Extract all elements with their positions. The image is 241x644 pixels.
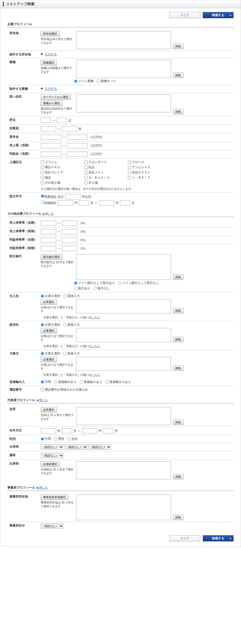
birth-y2[interactable] (82, 428, 97, 433)
shareholder-r2[interactable]: 直接入力 (63, 351, 80, 356)
growth-2-from[interactable] (41, 237, 56, 243)
export-r1[interactable]: 不問 (41, 380, 51, 384)
search-button-bottom[interactable]: 検索する (203, 535, 234, 541)
items-list[interactable] (76, 94, 171, 112)
customer-r2[interactable]: 直接入力 (63, 323, 80, 327)
growth-3-from[interactable] (41, 246, 56, 251)
profit-from[interactable] (41, 152, 61, 157)
exclude-industry-link[interactable]: 入力する (45, 87, 57, 91)
growth-3-to[interactable] (62, 246, 77, 251)
items-industry-button[interactable]: 業種から選択 (41, 101, 62, 106)
shareholder-select-button[interactable]: 企業選択 (41, 357, 57, 362)
school-button[interactable]: 出身校選択 (41, 461, 59, 467)
export-r2[interactable]: 直接輸出あり (54, 380, 77, 384)
bank-r2[interactable]: メイン銀行として取引なし (118, 281, 159, 285)
gender-r1[interactable]: 不問 (41, 437, 51, 441)
shareholder-list[interactable] (76, 357, 171, 371)
exclude-location-link[interactable]: 入力する (45, 52, 57, 57)
capital-to[interactable] (67, 135, 87, 140)
listing-check-3[interactable]: 東証ＰＲＯ (41, 165, 82, 170)
bank-r3[interactable]: 取引あり (74, 286, 91, 291)
rep-address-delete[interactable]: 削除 (173, 420, 183, 425)
search-button[interactable]: 検索する (203, 12, 234, 18)
shareholder-help-link[interactable]: こちら (92, 373, 100, 376)
sales-to[interactable] (67, 143, 87, 148)
profit-to[interactable] (67, 152, 87, 157)
industry-delete-button[interactable]: 削除 (173, 73, 183, 78)
location-delete-button[interactable]: 削除 (173, 44, 183, 49)
score-from[interactable] (41, 118, 51, 123)
listing-check-1[interactable]: スタンダード (84, 160, 125, 164)
school-delete[interactable]: 削除 (173, 474, 183, 479)
export-r4[interactable]: 直接輸出入あり (105, 380, 131, 384)
office-location-list[interactable] (76, 494, 171, 520)
items-keyword-button[interactable]: キーワードから選択 (41, 94, 71, 100)
listing-check-6[interactable]: 名証プレミア (41, 170, 82, 175)
listing-check-10[interactable]: Ｑ－Ｂｏａｒｄ (84, 175, 125, 180)
capital-from[interactable] (41, 135, 61, 140)
shareholder-r1[interactable]: 企業を選択 (41, 351, 60, 356)
origin-sel3[interactable]: （指定なし） (88, 444, 111, 450)
growth-2-to[interactable] (62, 237, 77, 243)
rep-address-button[interactable]: 住所選択 (41, 407, 57, 412)
bank-select-button[interactable]: 取引銀行選択 (41, 254, 62, 260)
birth-m2[interactable] (103, 428, 113, 433)
bank-list[interactable] (76, 254, 171, 280)
gender-r3[interactable]: 女性 (67, 437, 78, 441)
office-toggle[interactable]: 閉じる (37, 486, 48, 489)
phone-check[interactable]: 電話番号が登録された企業のみ (41, 388, 88, 392)
customer-help-link[interactable]: こちら (92, 344, 100, 348)
score-to[interactable] (57, 118, 67, 123)
industry-list[interactable] (76, 60, 171, 78)
bank-r4[interactable]: 取引なし (94, 286, 110, 291)
listing-check-2[interactable]: グロース (128, 160, 169, 164)
listing-check-9[interactable]: 福証 (41, 175, 82, 180)
bank-delete-button[interactable]: 削除 (173, 274, 183, 280)
origin-sel1[interactable]: （指定なし） (41, 444, 63, 450)
customer-r1[interactable]: 企業を選択 (41, 323, 60, 327)
growth-1-from[interactable] (41, 229, 56, 234)
employees-to[interactable] (62, 126, 77, 131)
industry-select-button[interactable]: 業種選択 (41, 60, 57, 65)
industry-radio-main[interactable]: メイン業種 (74, 79, 94, 83)
founded-m1[interactable] (79, 200, 89, 205)
listing-check-11[interactable]: Ｊ－ＲＥＩＴ (128, 175, 169, 180)
founded-simple-radio[interactable]: 簡易指定 (41, 194, 56, 199)
supplier-r2[interactable]: 直接入力 (63, 294, 80, 298)
shareholder-delete[interactable]: 削除 (173, 365, 183, 371)
supplier-list[interactable] (76, 299, 171, 313)
listing-check-4[interactable]: 札証 (84, 165, 125, 170)
office-type-sel[interactable]: （指定なし） (41, 523, 63, 529)
birth-y1[interactable] (41, 428, 56, 433)
birth-m1[interactable] (62, 428, 72, 433)
listing-check-0[interactable]: プライム (41, 160, 82, 164)
export-r3[interactable]: 直接輸入あり (80, 380, 102, 384)
listing-check-8[interactable]: 名証ネクスト (128, 170, 169, 175)
founded-y1[interactable] (58, 200, 73, 205)
founded-years[interactable] (65, 194, 81, 199)
clear-button[interactable]: クリア (169, 12, 200, 18)
listing-check-12[interactable]: その他上場 (41, 181, 82, 185)
listing-check-5[interactable]: アンビシャス (128, 165, 169, 170)
supplier-select-button[interactable]: 企業選択 (41, 299, 57, 305)
listing-check-13[interactable]: 非上場 (84, 181, 125, 185)
items-delete-button[interactable]: 削除 (173, 109, 183, 114)
customer-select-button[interactable]: 企業選択 (41, 328, 57, 333)
clear-button-bottom[interactable]: クリア (169, 535, 200, 541)
growth-0-from[interactable] (41, 221, 56, 226)
gender-r2[interactable]: 男性 (54, 437, 64, 441)
school-list[interactable] (76, 461, 171, 479)
location-list[interactable] (76, 31, 171, 49)
listing-check-7[interactable]: 名証メイン (84, 170, 125, 175)
sales-from[interactable] (41, 143, 61, 148)
office-location-button[interactable]: 事業所所在地選択 (41, 494, 68, 500)
growth-0-to[interactable] (62, 221, 77, 226)
employees-from[interactable] (41, 126, 56, 131)
founded-m2[interactable] (120, 200, 130, 205)
bank-r1[interactable]: メイン銀行として取引あり (74, 281, 115, 285)
origin-sel2[interactable]: （指定なし） (65, 444, 87, 450)
supplier-delete[interactable]: 削除 (173, 308, 183, 313)
supplier-help-link[interactable]: こちら (92, 316, 100, 319)
rep-toggle[interactable]: 閉じる (37, 399, 48, 402)
customer-list[interactable] (76, 328, 171, 342)
